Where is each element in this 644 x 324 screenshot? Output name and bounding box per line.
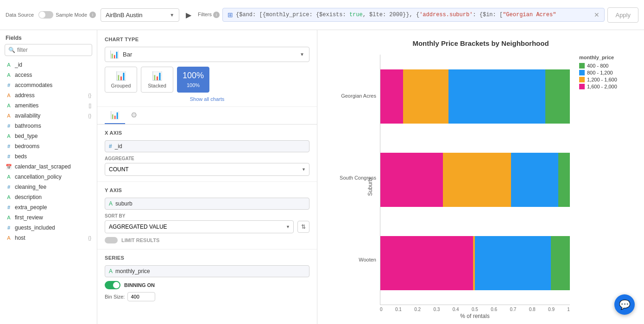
chart-option-label: 100%	[187, 82, 200, 88]
tab-chart[interactable]: 📊	[105, 107, 125, 124]
tab-settings[interactable]: ⚙	[125, 107, 143, 124]
legend-color	[579, 77, 585, 82]
chart-type-label: Chart Type	[105, 37, 309, 42]
legend-title: monthly_price	[579, 55, 635, 60]
sample-mode-switch[interactable]	[38, 11, 53, 19]
apply-button[interactable]: Apply	[607, 7, 638, 23]
series-section: Series A monthly_price BINNING ON Bin Si…	[97, 249, 317, 307]
bin-size-row: Bin Size:	[105, 292, 309, 301]
sort-select[interactable]: AGGREGATED VALUENATURAL ORDER	[105, 220, 294, 233]
bar-segment	[551, 236, 570, 290]
field-item-_id[interactable]: A_id	[0, 60, 97, 70]
x-axis-section: X Axis # _id AGGREGATE COUNTSUMAVGMINMAX	[97, 125, 317, 182]
chart-option-grouped[interactable]: 📊Grouped	[105, 67, 137, 93]
field-name: host	[15, 235, 85, 241]
legend: monthly_price 400 - 800800 - 1,2001,200 …	[570, 55, 635, 319]
limit-label: LIMIT RESULTS	[121, 237, 159, 243]
filters-label: Filters i	[198, 12, 220, 18]
field-item-bathrooms[interactable]: #bathrooms	[0, 121, 97, 131]
field-item-bed_type[interactable]: Abed_type	[0, 131, 97, 141]
x-axis-label: 0.6	[491, 307, 497, 312]
field-type-icon: A	[6, 215, 12, 220]
sort-select-wrapper[interactable]: AGGREGATED VALUENATURAL ORDER	[105, 220, 294, 233]
binning-toggle[interactable]	[105, 281, 120, 289]
field-name: bedrooms	[15, 143, 91, 150]
x-axis-label: 0.9	[548, 307, 555, 312]
field-name: accommodates	[15, 82, 91, 88]
fields-panel: Fields 🔍 A_idAaccess#accommodatesAaddres…	[0, 30, 97, 324]
chart-option-icon: 📊	[152, 71, 162, 81]
chat-button[interactable]: 💬	[614, 294, 635, 315]
field-item-cancellation_policy[interactable]: Acancellation_policy	[0, 172, 97, 182]
series-field-icon: A	[109, 268, 113, 274]
field-name: first_review	[15, 214, 91, 221]
sample-mode-toggle[interactable]: Sample Mode i	[38, 11, 96, 19]
chart-type-value: Bar	[123, 51, 132, 58]
chart-option-icon: 100%	[183, 71, 204, 81]
datasource-label: Data Source	[6, 12, 34, 18]
sort-direction-btn[interactable]: ⇅	[297, 221, 309, 233]
x-axis-label: 0	[380, 307, 383, 312]
sample-mode-info[interactable]: i	[89, 12, 96, 18]
bar-chart-icon: 📊	[110, 50, 119, 59]
field-item-amenities[interactable]: Aamenities[]	[0, 100, 97, 111]
limit-toggle[interactable]	[105, 237, 118, 243]
field-type-icon: #	[6, 205, 12, 210]
filter-clear-btn[interactable]: ✕	[594, 11, 600, 19]
field-name: availability	[15, 112, 85, 119]
legend-color	[579, 70, 585, 75]
field-name: _id	[15, 62, 91, 68]
field-item-access[interactable]: Aaccess	[0, 70, 97, 80]
field-item-first_review[interactable]: Afirst_review	[0, 212, 97, 223]
field-name: amenities	[15, 102, 86, 109]
x-axis-label: 0.4	[453, 307, 459, 312]
show-all-charts-link[interactable]: Show all charts	[105, 96, 309, 102]
x-field-type-icon: #	[109, 143, 112, 150]
filters-info[interactable]: i	[213, 12, 220, 18]
datasource-select[interactable]: AirBnB Austin ▼	[101, 8, 179, 22]
series-field-name: monthly_price	[115, 268, 150, 274]
y-axis-label: Y Axis	[105, 187, 309, 193]
pipeline-arrow-btn[interactable]: ▶	[184, 11, 193, 19]
field-item-beds[interactable]: #beds	[0, 151, 97, 162]
fields-search: 🔍	[5, 44, 92, 56]
stacked-bar	[380, 236, 570, 290]
field-item-availability[interactable]: Aavailability{}	[0, 111, 97, 121]
chart-type-select[interactable]: 📊 Bar ▼	[105, 47, 309, 62]
chart-option-icon: 📊	[116, 71, 126, 81]
x-axis-label: 0.5	[472, 307, 478, 312]
bar-segment	[380, 236, 473, 290]
field-name: bathrooms	[15, 123, 91, 129]
field-item-address[interactable]: Aaddress{}	[0, 90, 97, 100]
field-name: cleaning_fee	[15, 184, 91, 190]
field-item-guests_included[interactable]: #guests_included	[0, 223, 97, 233]
field-item-description[interactable]: Adescription	[0, 192, 97, 202]
bar-segment	[545, 69, 570, 124]
field-item-accommodates[interactable]: #accommodates	[0, 80, 97, 90]
field-type-icon: A	[6, 62, 12, 68]
x-axis-label: 0.1	[395, 307, 402, 312]
fields-search-input[interactable]	[5, 44, 92, 56]
field-item-host[interactable]: Ahost{}	[0, 233, 97, 243]
bar-segment	[403, 69, 448, 124]
aggregate-select[interactable]: COUNTSUMAVGMINMAX	[105, 163, 309, 176]
bars-area	[380, 55, 570, 305]
field-item-extra_people[interactable]: #extra_people	[0, 202, 97, 212]
field-item-bedrooms[interactable]: #bedrooms	[0, 141, 97, 151]
field-item-calendar_last_scraped[interactable]: 📅calendar_last_scraped	[0, 162, 97, 172]
field-item-cleaning_fee[interactable]: #cleaning_fee	[0, 182, 97, 192]
bin-size-input[interactable]	[127, 292, 155, 301]
filter-bar[interactable]: ⊞ {$and: [{monthly_price: {$exists: true…	[222, 8, 605, 22]
aggregate-select-wrapper[interactable]: COUNTSUMAVGMINMAX	[105, 163, 309, 176]
fields-list: A_idAaccess#accommodatesAaddress{}Aameni…	[0, 60, 97, 324]
chart-option-100pct[interactable]: 100%100%	[177, 67, 209, 93]
bar-row	[380, 138, 570, 221]
x-axis-label: X Axis	[105, 130, 309, 136]
chart-option-stacked[interactable]: 📊Stacked	[141, 67, 173, 93]
aggregate-label: AGGREGATE	[105, 156, 309, 161]
search-icon: 🔍	[8, 47, 15, 53]
field-name: bed_type	[15, 133, 91, 139]
field-badge: {}	[88, 93, 91, 98]
field-badge: {}	[88, 236, 91, 241]
x-axis-label: 0.3	[433, 307, 440, 312]
